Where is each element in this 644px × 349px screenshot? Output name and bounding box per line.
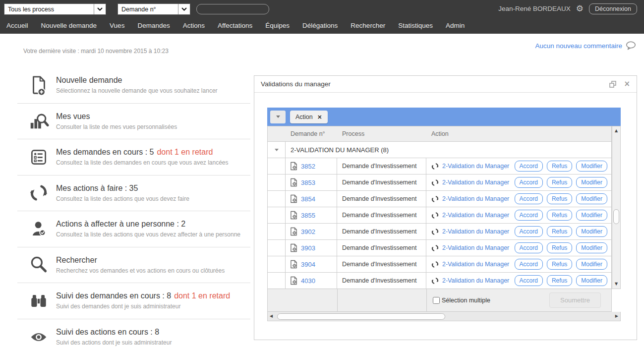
action-link[interactable]: 2-Validation du Manager: [442, 212, 509, 219]
action-link[interactable]: 2-Validation du Manager: [442, 261, 509, 268]
remove-filter-icon[interactable]: ×: [317, 114, 322, 120]
search-type-select[interactable]: Demande n°: [117, 3, 190, 15]
action-link[interactable]: 2-Validation du Manager: [442, 179, 509, 186]
scroll-down-icon[interactable]: ▼: [615, 282, 618, 286]
demande-number-link[interactable]: 3904: [301, 261, 315, 268]
menu-item-title: Nouvelle demande: [56, 76, 218, 85]
menu-item-suivi-demandes[interactable]: Suivi des demandes en cours : 8dont 1 en…: [17, 283, 250, 319]
nav-item[interactable]: Équipes: [259, 22, 296, 29]
vertical-scroll-thumb[interactable]: [613, 209, 619, 224]
refus-button[interactable]: Refus: [547, 210, 572, 221]
action-link[interactable]: 2-Validation du Manager: [442, 228, 509, 235]
nav-item[interactable]: Affectations: [211, 22, 259, 29]
nav-item[interactable]: Admin: [439, 22, 471, 29]
row-expander-cell: [268, 174, 286, 190]
row-expander-cell: [268, 256, 286, 272]
nav-item[interactable]: Accueil: [0, 22, 35, 29]
demande-number-link[interactable]: 3852: [301, 163, 315, 170]
row-action-cell: 2-Validation du Manager Accord Refus Mod…: [426, 224, 611, 239]
horizontal-scroll-thumb[interactable]: [277, 313, 445, 320]
menu-item-suivi-actions[interactable]: Suivi des actions en cours : 8 Suivi des…: [17, 319, 250, 349]
popout-icon[interactable]: [609, 81, 616, 88]
refus-button[interactable]: Refus: [547, 275, 572, 286]
demande-number-link[interactable]: 4030: [301, 277, 315, 285]
row-buttons: Accord Refus Modifier: [515, 193, 607, 204]
accord-button[interactable]: Accord: [515, 259, 543, 270]
row-action-cell: 2-Validation du Manager Accord Refus Mod…: [426, 256, 611, 272]
modifier-button[interactable]: Modifier: [576, 193, 607, 204]
menu-item-mes-vues[interactable]: Mes vues Consulter la liste de mes vues …: [17, 104, 250, 140]
accord-button[interactable]: Accord: [515, 275, 543, 286]
refus-button[interactable]: Refus: [547, 161, 572, 172]
refus-button[interactable]: Refus: [547, 226, 572, 237]
nav-item[interactable]: Statistiques: [392, 22, 439, 29]
accord-button[interactable]: Accord: [515, 226, 543, 237]
column-header-process[interactable]: Process: [337, 130, 426, 137]
group-collapse-toggle[interactable]: [268, 142, 286, 158]
nav-item[interactable]: Vues: [103, 22, 131, 29]
gear-icon[interactable]: ⚙: [576, 4, 584, 13]
vertical-scrollbar[interactable]: ▲ ▼: [612, 126, 621, 289]
nav-item[interactable]: Nouvelle demande: [35, 22, 104, 29]
multi-select-checkbox[interactable]: [433, 297, 440, 304]
demande-number-link[interactable]: 3853: [301, 179, 315, 186]
demande-number-link[interactable]: 3903: [301, 244, 315, 252]
menu-item-subtitle: Consulter la liste de mes vues personnal…: [56, 123, 177, 130]
refus-button[interactable]: Refus: [547, 259, 572, 270]
modifier-button[interactable]: Modifier: [576, 210, 607, 221]
demande-number-link[interactable]: 3855: [301, 212, 315, 219]
row-id-cell: 3903: [286, 240, 337, 256]
action-link[interactable]: 2-Validation du Manager: [442, 163, 509, 170]
accord-button[interactable]: Accord: [515, 242, 543, 253]
row-expander-cell: [268, 158, 286, 174]
modifier-button[interactable]: Modifier: [576, 259, 607, 270]
refus-button[interactable]: Refus: [547, 193, 572, 204]
logout-button[interactable]: Déconnexion: [589, 3, 637, 14]
submit-button[interactable]: Soumettre: [549, 292, 601, 308]
horizontal-scrollbar[interactable]: ◀ ▶: [267, 312, 621, 321]
filter-chip-action[interactable]: Action ×: [290, 111, 328, 123]
filter-dropdown-button[interactable]: [270, 111, 286, 123]
scroll-up-icon[interactable]: ▲: [615, 129, 618, 133]
overdue-alert: dont 1 en retard: [174, 291, 230, 300]
column-header-demande[interactable]: Demande n°: [286, 130, 337, 137]
search-type-value: Demande n°: [118, 4, 178, 14]
action-link[interactable]: 2-Validation du Manager: [442, 244, 509, 251]
menu-item-mes-actions[interactable]: Mes actions à faire : 35 Consultez la li…: [17, 175, 250, 212]
menu-item-mes-demandes[interactable]: Mes demandes en cours : 5dont 1 en retar…: [17, 139, 250, 175]
menu-item-subtitle: Recherchez vos demandes et vos actions e…: [56, 267, 225, 274]
accord-button[interactable]: Accord: [515, 177, 543, 188]
demande-number-link[interactable]: 3902: [301, 228, 315, 235]
modifier-button[interactable]: Modifier: [576, 177, 607, 188]
modifier-button[interactable]: Modifier: [576, 226, 607, 237]
nav-item[interactable]: Actions: [176, 22, 211, 29]
modifier-button[interactable]: Modifier: [576, 161, 607, 172]
action-link[interactable]: 2-Validation du Manager: [442, 277, 509, 284]
close-icon[interactable]: ×: [624, 80, 630, 88]
nav-item[interactable]: Rechercher: [344, 22, 392, 29]
nav-item[interactable]: Demandes: [131, 22, 176, 29]
menu-item-actions-affecter[interactable]: Actions à affecter à une personne : 2 Co…: [17, 211, 250, 247]
scroll-left-icon[interactable]: ◀: [270, 314, 273, 318]
document-gear-icon: [290, 243, 297, 252]
modifier-button[interactable]: Modifier: [576, 275, 607, 286]
scroll-right-icon[interactable]: ▶: [615, 314, 618, 318]
menu-item-rechercher[interactable]: Rechercher Recherchez vos demandes et vo…: [17, 247, 250, 284]
accord-button[interactable]: Accord: [515, 193, 543, 204]
demande-number-link[interactable]: 3854: [301, 195, 315, 203]
refus-button[interactable]: Refus: [547, 242, 572, 253]
menu-item-nouvelle-demande[interactable]: Nouvelle demande Sélectionnez la nouvell…: [17, 67, 250, 104]
search-input[interactable]: [196, 4, 269, 14]
table-row: 4030 Demande d'Investissement 2-Validati…: [267, 273, 612, 289]
accord-button[interactable]: Accord: [515, 210, 543, 221]
refus-button[interactable]: Refus: [547, 177, 572, 188]
process-filter-select[interactable]: Tous les process: [4, 3, 106, 15]
action-link[interactable]: 2-Validation du Manager: [442, 195, 509, 202]
nav-item[interactable]: Délégations: [296, 22, 344, 29]
modifier-button[interactable]: Modifier: [576, 242, 607, 253]
accord-button[interactable]: Accord: [515, 161, 543, 172]
table-row: 3853 Demande d'Investissement 2-Validati…: [267, 174, 612, 191]
row-process-cell: Demande d'Investissement: [337, 256, 426, 272]
column-header-action[interactable]: Action: [426, 130, 611, 137]
comments-link[interactable]: Aucun nouveau commentaire: [535, 41, 636, 50]
